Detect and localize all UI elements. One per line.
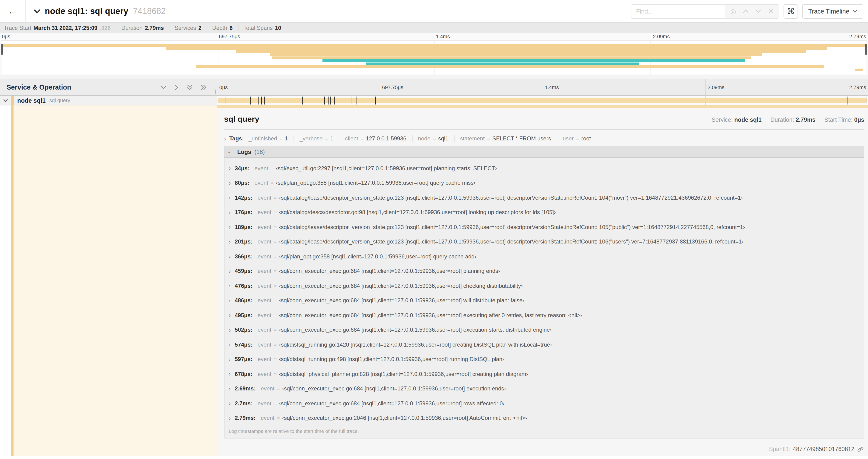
- timeline-header-row: Service & Operation 0μs697.75μs1.4ms2.09…: [0, 79, 868, 96]
- focus-target-icon[interactable]: ◎: [730, 7, 736, 15]
- trace-title-chevron-down-icon[interactable]: [34, 9, 40, 14]
- minimap-span-bar: [270, 54, 762, 56]
- span-detail-panel: sql query Service: node sql1 Duration: 2…: [217, 105, 868, 456]
- find-clear-icon[interactable]: ✕: [768, 7, 774, 15]
- span-log-marker[interactable]: [845, 97, 845, 104]
- log-chevron-right-icon: ›: [229, 327, 235, 333]
- service-color-stripe: [11, 95, 14, 105]
- back-button[interactable]: ←: [0, 0, 26, 22]
- collapse-one-chevron-down-icon[interactable]: [160, 85, 166, 89]
- expand-all-double-chevron-right-icon[interactable]: [201, 84, 207, 90]
- equals-sign: =: [274, 239, 277, 245]
- keyboard-shortcuts-button[interactable]: ⌘: [783, 4, 798, 19]
- log-entry-row[interactable]: ›574μs:event=‹sql/distsql_running.go:142…: [224, 337, 864, 352]
- log-entry-row[interactable]: ›34μs:event=‹sql/exec_util.go:2297 [nsql…: [224, 161, 864, 176]
- equals-sign: =: [274, 357, 277, 362]
- span-duration-bar[interactable]: [217, 98, 867, 103]
- tag-item-_unfinished[interactable]: _unfinished=1: [248, 135, 288, 142]
- log-timestamp: 366μs:: [235, 253, 252, 260]
- log-entry-row[interactable]: ›2.69ms:event=‹sql/conn_executor_exec.go…: [224, 381, 864, 396]
- log-field-value: ‹sql/plan_opt.go:358 [nsql1,client=127.0…: [279, 253, 476, 260]
- log-entry-row[interactable]: ›366μs:event=‹sql/plan_opt.go:358 [nsql1…: [224, 249, 864, 264]
- trace-id: 7418682: [133, 6, 166, 16]
- meta-item-total-spans: Total Spans10: [243, 25, 281, 31]
- log-entry-row[interactable]: ›678μs:event=‹sql/distsql_physical_plann…: [224, 367, 864, 381]
- service-operation-header: Service & Operation: [0, 79, 217, 95]
- log-entry-row[interactable]: ›502μs:event=‹sql/conn_executor_exec.go:…: [224, 323, 864, 337]
- log-entry-row[interactable]: ›142μs:event=‹sql/catalog/lease/descript…: [224, 190, 864, 205]
- span-id-label: SpanID:: [769, 446, 790, 453]
- tag-item-node[interactable]: node=sql1: [418, 135, 448, 142]
- service-name: node sql1: [17, 97, 45, 104]
- tags-accordion[interactable]: › Tags: _unfinished=1_verbose=1client=12…: [224, 135, 864, 142]
- minimap-span-bar: [856, 68, 863, 71]
- span-log-marker[interactable]: [324, 97, 324, 104]
- tag-item-statement[interactable]: statement=SELECT * FROM users: [460, 135, 551, 142]
- log-entry-row[interactable]: ›2.7ms:event=‹sql/conn_executor_exec.go:…: [224, 396, 864, 411]
- log-entry-row[interactable]: ›189μs:event=‹sql/catalog/lease/descript…: [224, 220, 864, 234]
- deep-link-icon[interactable]: [857, 446, 864, 453]
- span-log-marker[interactable]: [356, 97, 357, 104]
- logs-header[interactable]: › Logs (18): [224, 147, 864, 158]
- span-log-marker[interactable]: [847, 97, 847, 104]
- span-bar-cell[interactable]: [217, 96, 868, 105]
- span-collapse-chevron-down-icon[interactable]: [3, 99, 8, 102]
- span-log-marker[interactable]: [375, 97, 376, 104]
- span-row-node-sql1[interactable]: node sql1 sql query: [0, 96, 868, 105]
- minimap-span-bar: [166, 47, 827, 50]
- log-entry-row[interactable]: ›495μs:event=‹sql/conn_executor_exec.go:…: [224, 308, 864, 323]
- log-entry-row[interactable]: ›2.79ms:event=‹sql/conn_executor_exec.go…: [224, 411, 864, 425]
- tag-item-client[interactable]: client=127.0.0.1:59936: [345, 135, 406, 142]
- log-entry-row[interactable]: ›201μs:event=‹sql/catalog/lease/descript…: [224, 234, 864, 249]
- span-log-marker[interactable]: [331, 97, 331, 104]
- span-row-name-cell[interactable]: node sql1 sql query: [0, 96, 217, 105]
- meta-value-muted: .326: [100, 25, 111, 31]
- span-log-marker[interactable]: [302, 97, 303, 104]
- equals-sign: =: [274, 313, 277, 318]
- meta-value: 2: [198, 25, 202, 31]
- tag-separator: [454, 135, 455, 142]
- span-log-marker[interactable]: [333, 97, 333, 104]
- command-icon: ⌘: [787, 6, 795, 16]
- log-chevron-right-icon: ›: [229, 371, 235, 378]
- tag-item-user[interactable]: user=root: [563, 135, 591, 142]
- meta-separator: [820, 117, 820, 123]
- log-entry-row[interactable]: ›476μs:event=‹sql/conn_executor_exec.go:…: [224, 278, 864, 293]
- span-log-marker[interactable]: [236, 97, 236, 104]
- logs-label: Logs: [237, 149, 251, 155]
- log-chevron-right-icon: ›: [229, 312, 235, 319]
- view-selector-button[interactable]: Trace Timeline: [802, 4, 863, 19]
- minimap-canvas[interactable]: [1, 41, 867, 74]
- find-prev-chevron-up-icon[interactable]: [743, 9, 748, 13]
- meta-value: 10: [275, 25, 281, 31]
- equals-sign: =: [274, 401, 277, 406]
- span-log-marker[interactable]: [334, 97, 335, 104]
- collapse-all-double-chevron-down-icon[interactable]: [187, 84, 193, 90]
- log-timestamp: 2.79ms:: [235, 415, 255, 421]
- span-log-marker[interactable]: [258, 97, 258, 104]
- tag-item-_verbose[interactable]: _verbose=1: [300, 135, 334, 142]
- log-entry-row[interactable]: ›176μs:event=‹sql/catalog/descs/descript…: [224, 205, 864, 220]
- span-log-marker[interactable]: [250, 97, 251, 104]
- span-log-marker[interactable]: [351, 97, 351, 104]
- minimap-left-scrubber-handle[interactable]: [1, 44, 3, 55]
- tag-key: _verbose: [300, 135, 323, 142]
- minimap-right-scrubber-handle[interactable]: [865, 44, 867, 55]
- expand-one-chevron-right-icon[interactable]: [175, 84, 179, 90]
- log-entry-row[interactable]: ›459μs:event=‹sql/conn_executor_exec.go:…: [224, 264, 864, 278]
- log-entry-row[interactable]: ›597μs:event=‹sql/distsql_running.go:498…: [224, 352, 864, 367]
- span-log-marker[interactable]: [225, 97, 225, 104]
- log-entry-row[interactable]: ›80μs:event=‹sql/plan_opt.go:358 [nsql1,…: [224, 176, 864, 190]
- span-log-marker[interactable]: [328, 97, 329, 104]
- span-log-marker[interactable]: [264, 97, 265, 104]
- log-field-key: event: [257, 341, 271, 348]
- column-resizer-grip[interactable]: [214, 90, 216, 94]
- find-input[interactable]: [631, 4, 725, 18]
- log-entry-row[interactable]: ›486μs:event=‹sql/conn_executor_exec.go:…: [224, 293, 864, 308]
- span-log-marker[interactable]: [261, 97, 261, 104]
- tag-key: user: [563, 135, 574, 142]
- header-controls: ◎ ✕ ⌘ Trace Timeline: [631, 4, 868, 19]
- find-next-chevron-down-icon[interactable]: [755, 9, 761, 13]
- span-log-marker[interactable]: [867, 97, 867, 104]
- meta-item-trace-start: Trace StartMarch 31 2022, 17:25:09.326: [4, 25, 111, 31]
